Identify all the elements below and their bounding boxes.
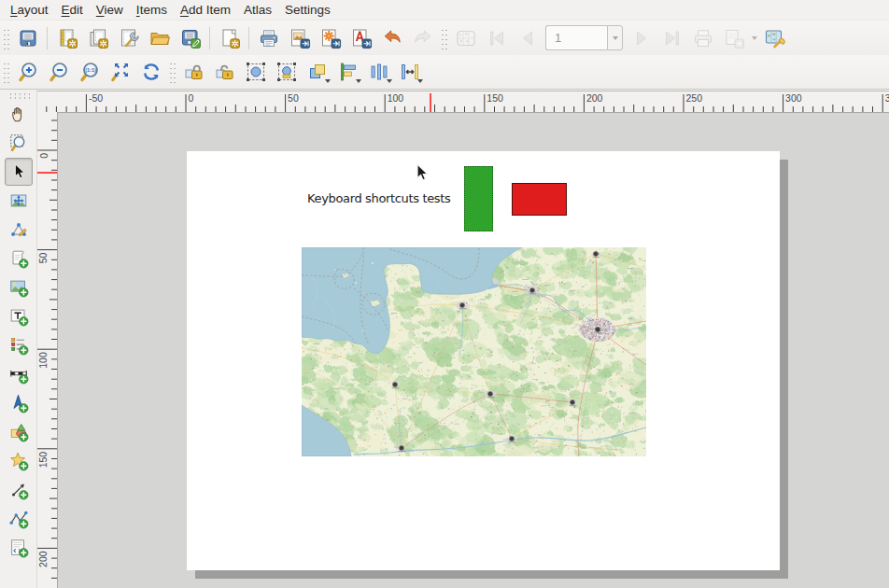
add-pages-button[interactable] xyxy=(216,24,244,52)
resize-items-button[interactable] xyxy=(396,58,424,86)
layout-canvas[interactable]: Keyboard shortcuts tests xyxy=(57,112,889,588)
unlock-all-items-button[interactable] xyxy=(211,58,239,86)
vertical-ruler: 050100150200 xyxy=(37,112,57,588)
export-as-svg-button[interactable] xyxy=(317,24,345,52)
zoom-actual-button[interactable]: (1:1) xyxy=(76,58,104,86)
toolbar-separator xyxy=(248,27,249,49)
align-selected-items-button[interactable] xyxy=(334,58,362,86)
preview-atlas-button[interactable] xyxy=(452,24,480,52)
move-item-content-button[interactable] xyxy=(5,187,33,215)
raise-selected-items-button[interactable] xyxy=(303,58,332,86)
new-layout-button[interactable] xyxy=(53,24,81,52)
html-plus-icon xyxy=(8,538,29,558)
atlas-feature-dropdown-button[interactable] xyxy=(607,25,623,50)
first-feature-button[interactable] xyxy=(483,24,511,52)
add-html-button[interactable] xyxy=(5,534,33,562)
printer-icon xyxy=(258,27,280,49)
dropdown-arrow-icon[interactable] xyxy=(356,79,361,83)
layout-page[interactable]: Keyboard shortcuts tests xyxy=(187,151,780,570)
svg-text:100: 100 xyxy=(38,352,49,369)
add-picture-button[interactable] xyxy=(5,273,33,301)
nav-prev-icon xyxy=(516,27,539,49)
toolbar-handle[interactable] xyxy=(2,26,10,50)
add-legend-button[interactable] xyxy=(5,331,33,359)
menu-atlas[interactable]: Atlas xyxy=(237,1,278,19)
ungroup-items-button[interactable] xyxy=(273,58,301,86)
arrow-cursor-icon xyxy=(416,163,430,182)
svg-text:350: 350 xyxy=(885,92,889,104)
distribute-items-button[interactable] xyxy=(365,58,393,86)
print-atlas-button[interactable] xyxy=(689,24,717,52)
menu-add-item[interactable]: Add Item xyxy=(174,1,237,19)
label-item[interactable]: Keyboard shortcuts tests xyxy=(307,191,450,205)
export-atlas-button[interactable] xyxy=(720,24,748,52)
redo-button[interactable] xyxy=(409,24,437,52)
save-project-button[interactable] xyxy=(14,24,42,52)
export-as-pdf-button[interactable] xyxy=(347,24,375,52)
layout-manager-icon xyxy=(118,27,140,49)
last-feature-button[interactable] xyxy=(658,24,686,52)
lock-selected-items-button[interactable] xyxy=(180,58,208,86)
select-move-item-button[interactable] xyxy=(5,158,33,186)
toolbar-handle[interactable] xyxy=(7,91,31,99)
next-feature-button[interactable] xyxy=(628,24,656,52)
dropdown-arrow-icon[interactable] xyxy=(387,79,392,83)
atlas-feature-spinbox[interactable]: 1 xyxy=(545,25,607,50)
menu-edit[interactable]: Edit xyxy=(55,1,90,19)
menu-view[interactable]: View xyxy=(90,1,130,19)
save-as-template-button[interactable] xyxy=(176,24,205,52)
add-scalebar-button[interactable] xyxy=(5,360,33,388)
dropdown-arrow-icon[interactable] xyxy=(417,79,423,83)
green-rectangle-item[interactable] xyxy=(464,166,493,231)
toolbar-handle[interactable] xyxy=(440,26,448,50)
layout-manager-button[interactable] xyxy=(115,24,143,52)
new-layout-icon xyxy=(56,27,78,49)
navigation-and-actions-toolbar: (1:1) xyxy=(0,55,889,90)
export-as-image-button[interactable] xyxy=(286,24,314,52)
refresh-view-button[interactable] xyxy=(137,58,165,86)
horizontal-ruler: -50050100150200250300350 xyxy=(37,91,889,112)
zoom-in-button[interactable] xyxy=(14,58,42,86)
export-atlas-dropdown-button[interactable] xyxy=(749,26,759,50)
toolbar-handle[interactable] xyxy=(2,60,10,84)
group-items-button[interactable] xyxy=(242,58,270,86)
move-content-icon xyxy=(8,190,29,211)
add-items-from-template-button[interactable] xyxy=(146,24,174,52)
atlas-settings-button[interactable] xyxy=(761,24,789,52)
layout-and-atlas-toolbar: 1 xyxy=(0,21,889,55)
add-arrow-button[interactable] xyxy=(5,476,33,504)
qgis-print-layout-window: LayoutEditViewItemsAdd ItemAtlasSettings… xyxy=(0,0,889,588)
toolbar-handle[interactable] xyxy=(168,60,176,84)
add-new-page-button[interactable] xyxy=(5,245,33,273)
undo-button[interactable] xyxy=(378,24,406,52)
print-layout-button[interactable] xyxy=(255,24,283,52)
menu-items[interactable]: Items xyxy=(130,1,174,19)
edit-nodes-item-button[interactable] xyxy=(5,216,33,244)
menu-layout[interactable]: Layout xyxy=(4,1,55,19)
zoom-out-button[interactable] xyxy=(45,58,73,86)
save-icon xyxy=(17,27,39,49)
add-node-item-button[interactable] xyxy=(5,505,33,533)
add-label-button[interactable] xyxy=(5,302,33,330)
open-folder-icon xyxy=(148,27,171,49)
export-pdf-icon xyxy=(350,27,373,49)
lock-icon xyxy=(183,61,205,83)
menu-settings[interactable]: Settings xyxy=(278,1,337,19)
svg-text:200: 200 xyxy=(38,551,49,567)
north-plus-icon xyxy=(8,393,29,413)
legend-plus-icon xyxy=(8,335,29,356)
previous-feature-button[interactable] xyxy=(514,24,542,52)
add-marker-button[interactable] xyxy=(5,447,33,475)
red-rectangle-item[interactable] xyxy=(512,183,567,216)
marker-plus-icon xyxy=(8,451,29,471)
duplicate-layout-button[interactable] xyxy=(84,24,112,52)
toolbox-toolbar xyxy=(0,90,37,588)
dropdown-arrow-icon[interactable] xyxy=(325,79,331,83)
pan-layout-button[interactable] xyxy=(5,100,33,128)
zoom-tool-button[interactable] xyxy=(5,129,33,157)
map-item[interactable] xyxy=(302,247,646,456)
add-shape-button[interactable] xyxy=(5,418,33,446)
add-north-arrow-button[interactable] xyxy=(5,389,33,417)
zoom-full-button[interactable] xyxy=(106,58,134,86)
dropdown-arrow-icon xyxy=(613,36,618,40)
